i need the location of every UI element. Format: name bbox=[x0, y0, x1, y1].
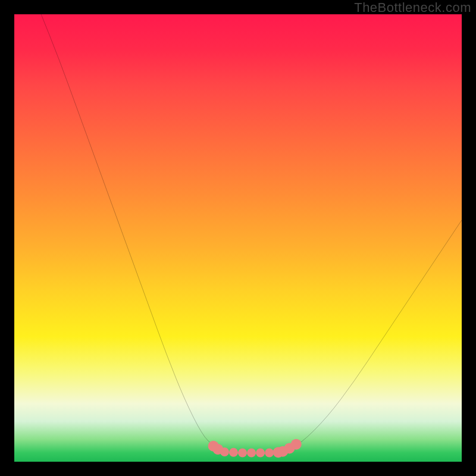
data-marker bbox=[247, 448, 256, 457]
watermark-text: TheBottleneck.com bbox=[354, 0, 471, 15]
bottleneck-curve bbox=[41, 14, 462, 453]
data-marker bbox=[220, 447, 229, 456]
data-marker bbox=[256, 448, 265, 457]
data-marker bbox=[265, 448, 274, 457]
data-marker bbox=[229, 448, 238, 457]
data-marker bbox=[291, 439, 302, 450]
chart-svg bbox=[14, 14, 462, 462]
curve-group bbox=[41, 14, 462, 453]
data-marker bbox=[238, 448, 247, 457]
marker-group bbox=[208, 439, 302, 458]
